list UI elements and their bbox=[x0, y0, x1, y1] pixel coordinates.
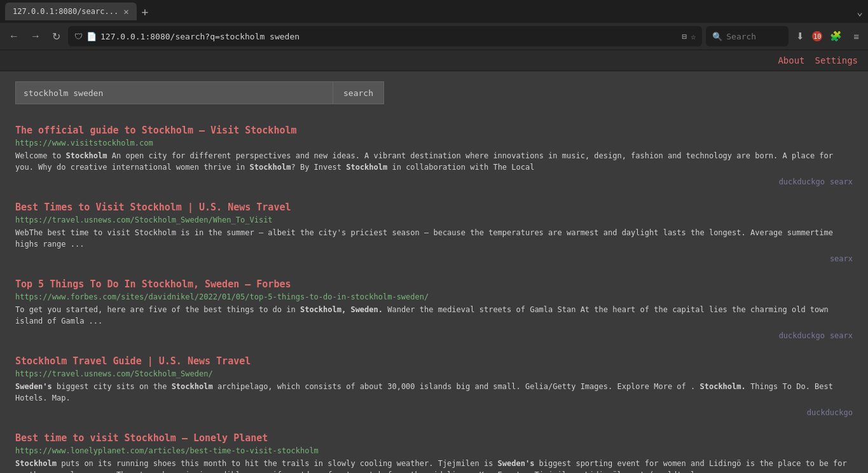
ublock-badge[interactable]: 10 bbox=[812, 31, 822, 41]
tab-close-icon[interactable]: ✕ bbox=[123, 7, 128, 16]
result-title[interactable]: Best Times to Visit Stockholm | U.S. New… bbox=[15, 202, 853, 213]
result-item: Best Times to Visit Stockholm | U.S. New… bbox=[15, 194, 853, 271]
about-link[interactable]: About bbox=[778, 55, 804, 65]
top-navigation: About Settings bbox=[0, 50, 868, 71]
result-sources: duckduckgosearx bbox=[15, 177, 853, 186]
result-title[interactable]: Top 5 Things To Do In Stockholm, Sweden … bbox=[15, 278, 853, 290]
result-snippet: Welcome to Stockholm An open city for di… bbox=[15, 150, 853, 173]
results-container: The official guide to Stockholm – Visit … bbox=[15, 117, 853, 473]
result-title[interactable]: Stockholm Travel Guide | U.S. News Trave… bbox=[15, 355, 853, 367]
reload-button[interactable]: ↻ bbox=[48, 28, 64, 45]
result-item: Best time to visit Stockholm – Lonely Pl… bbox=[15, 425, 853, 473]
result-title[interactable]: Best time to visit Stockholm – Lonely Pl… bbox=[15, 432, 853, 444]
result-item: The official guide to Stockholm – Visit … bbox=[15, 117, 853, 194]
browser-chrome: 127.0.0.1:8080/searc... ✕ + ⌄ ← → ↻ 🛡 📄 … bbox=[0, 0, 868, 50]
search-input[interactable] bbox=[15, 81, 333, 104]
result-snippet: Sweden's biggest city sits on the Stockh… bbox=[15, 381, 853, 404]
result-url: https://travel.usnews.com/Stockholm_Swed… bbox=[15, 216, 853, 224]
source-link[interactable]: searx bbox=[830, 177, 853, 186]
result-snippet: Stockholm puts on its running shoes this… bbox=[15, 458, 853, 473]
result-sources: duckduckgo bbox=[15, 408, 853, 417]
page-content: search The official guide to Stockholm –… bbox=[0, 71, 868, 473]
source-link[interactable]: duckduckgo bbox=[807, 408, 853, 417]
forward-button[interactable]: → bbox=[27, 28, 45, 45]
source-link[interactable]: searx bbox=[830, 331, 853, 340]
settings-link[interactable]: Settings bbox=[815, 55, 858, 65]
result-item: Stockholm Travel Guide | U.S. News Trave… bbox=[15, 348, 853, 425]
search-magnifier-icon: 🔍 bbox=[712, 32, 722, 41]
tab-title: 127.0.0.1:8080/searc... bbox=[13, 7, 118, 16]
source-link[interactable]: duckduckgo bbox=[779, 177, 825, 186]
tab-overflow-icon[interactable]: ⌄ bbox=[857, 6, 863, 18]
page-icon: 📄 bbox=[86, 32, 97, 41]
bookmark-icon[interactable]: ☆ bbox=[691, 32, 696, 41]
reader-icon[interactable]: ⊟ bbox=[682, 32, 687, 41]
active-tab[interactable]: 127.0.0.1:8080/searc... ✕ bbox=[5, 3, 137, 20]
result-item: Top 5 Things To Do In Stockholm, Sweden … bbox=[15, 271, 853, 348]
source-link[interactable]: searx bbox=[830, 254, 853, 263]
result-sources: duckduckgosearx bbox=[15, 331, 853, 340]
search-button[interactable]: search bbox=[333, 81, 384, 104]
extensions-button[interactable]: 🧩 bbox=[826, 28, 846, 45]
result-title[interactable]: The official guide to Stockholm – Visit … bbox=[15, 125, 853, 136]
address-bar-wrapper[interactable]: 🛡 📄 ⊟ ☆ bbox=[68, 26, 702, 46]
download-button[interactable]: ⬇ bbox=[792, 28, 808, 45]
result-sources: searx bbox=[15, 254, 853, 263]
source-link[interactable]: duckduckgo bbox=[779, 331, 825, 340]
new-tab-button[interactable]: + bbox=[137, 5, 154, 18]
tab-bar: 127.0.0.1:8080/searc... ✕ + ⌄ bbox=[0, 0, 868, 23]
menu-button[interactable]: ≡ bbox=[850, 29, 863, 45]
security-icon: 🛡 bbox=[74, 32, 83, 41]
result-url: https://www.forbes.com/sites/davidnikel/… bbox=[15, 292, 853, 301]
back-button[interactable]: ← bbox=[5, 28, 23, 45]
search-form: search bbox=[15, 81, 853, 104]
result-snippet: WebThe best time to visit Stockholm is i… bbox=[15, 227, 853, 250]
result-url: https://www.visitstockholm.com bbox=[15, 139, 853, 147]
browser-search-bar[interactable]: 🔍 bbox=[706, 26, 789, 46]
result-url: https://travel.usnews.com/Stockholm_Swed… bbox=[15, 369, 853, 378]
result-url: https://www.lonelyplanet.com/articles/be… bbox=[15, 446, 853, 455]
nav-bar: ← → ↻ 🛡 📄 ⊟ ☆ 🔍 ⬇ 10 🧩 ≡ bbox=[0, 23, 868, 50]
address-bar[interactable] bbox=[100, 32, 679, 41]
result-snippet: To get you started, here are five of the… bbox=[15, 304, 853, 327]
browser-search-input[interactable] bbox=[726, 32, 777, 41]
